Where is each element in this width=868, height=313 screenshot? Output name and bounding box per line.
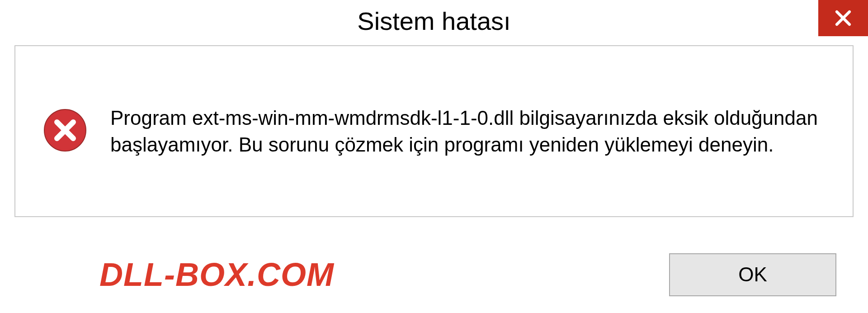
ok-button-label: OK — [738, 263, 767, 286]
error-icon-container — [42, 108, 88, 155]
close-icon — [834, 9, 853, 28]
close-button[interactable] — [818, 0, 868, 36]
watermark-text: DLL-BOX.COM — [99, 256, 334, 293]
dialog-footer: DLL-BOX.COM OK — [0, 250, 868, 299]
error-icon — [42, 108, 88, 153]
dialog-content: Program ext-ms-win-mm-wmdrmsdk-l1-1-0.dl… — [14, 45, 854, 217]
titlebar: Sistem hatası — [0, 0, 868, 42]
dialog-title: Sistem hatası — [357, 6, 510, 36]
error-message: Program ext-ms-win-mm-wmdrmsdk-l1-1-0.dl… — [110, 104, 826, 158]
ok-button[interactable]: OK — [669, 253, 836, 296]
